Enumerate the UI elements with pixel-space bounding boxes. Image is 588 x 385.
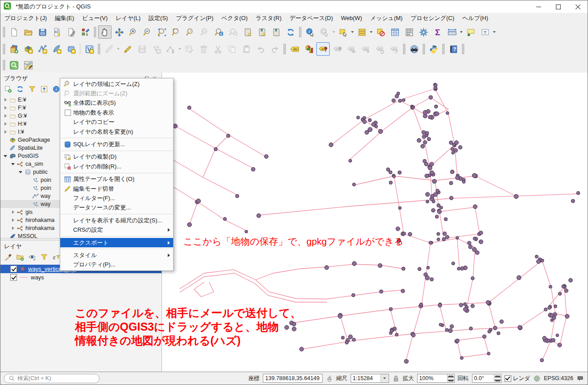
new-project-button[interactable]: [7, 25, 21, 39]
osm-place-search-button[interactable]: [407, 42, 421, 56]
expander-right-icon[interactable]: [2, 106, 8, 110]
coordinate-input[interactable]: [263, 374, 323, 383]
measure-line-dropdown[interactable]: [459, 26, 464, 38]
scale-input[interactable]: [351, 374, 381, 382]
help-contents-button[interactable]: ?: [447, 42, 460, 56]
rotation-input[interactable]: [472, 374, 494, 382]
show-bookmark-manager-button[interactable]: [269, 25, 283, 39]
filter-legend-button[interactable]: [39, 252, 49, 262]
magnifier-spinner[interactable]: [417, 374, 455, 383]
select-features-button[interactable]: [336, 25, 350, 39]
layer-row-ways[interactable]: ways: [0, 273, 161, 282]
toolbar-grip[interactable]: [3, 27, 5, 37]
context-item-CRSの設定[interactable]: CRSの設定: [60, 225, 173, 234]
pan-to-selection-button[interactable]: [112, 25, 126, 39]
highlight-pinned-labels-button[interactable]: ab: [316, 42, 330, 56]
select-by-expression-dropdown[interactable]: [369, 26, 373, 38]
toolbar-grip[interactable]: [283, 44, 286, 54]
context-item-データソースの変更...[interactable]: データソースの変更...: [60, 203, 173, 213]
toggle-editing-button[interactable]: [121, 42, 134, 56]
search-plugin-button[interactable]: [7, 58, 21, 72]
rotation-down-icon[interactable]: [494, 378, 501, 382]
zoom-last-button[interactable]: [212, 25, 226, 39]
expander-right-icon[interactable]: [10, 210, 16, 214]
scale-combo[interactable]: [351, 374, 389, 383]
manage-map-themes-button[interactable]: [27, 252, 37, 262]
menu-ビュー(V)[interactable]: ビュー(V): [78, 13, 112, 24]
render-checkbox[interactable]: レンダ: [505, 375, 530, 382]
open-project-button[interactable]: [21, 25, 35, 39]
context-item-エクスポート[interactable]: エクスポート: [60, 238, 173, 247]
new-spatialite-layer-button[interactable]: [50, 42, 63, 56]
expander-right-icon[interactable]: [2, 130, 8, 134]
context-item-レイヤを表示する縮尺の設定(S)...[interactable]: レイヤを表示する縮尺の設定(S)...: [60, 216, 173, 225]
menu-プラグイン(P)[interactable]: プラグイン(P): [172, 13, 217, 24]
add-group-button[interactable]: [15, 252, 25, 262]
open-attribute-table-button[interactable]: [388, 25, 402, 39]
map-tips-button[interactable]: [464, 25, 477, 39]
toolbar-grip[interactable]: [299, 27, 302, 37]
expander-right-icon[interactable]: [2, 114, 8, 118]
layer-visibility-checkbox[interactable]: [10, 274, 17, 281]
show-spatial-bookmarks-button[interactable]: [255, 25, 269, 39]
new-virtual-layer-button[interactable]: [83, 42, 96, 56]
select-features-dropdown[interactable]: [350, 26, 355, 38]
menu-プロセシング(C)[interactable]: プロセシング(C): [406, 13, 458, 24]
collapse-all-button[interactable]: [39, 84, 49, 94]
field-calculator-button[interactable]: [402, 25, 416, 39]
new-geopackage-layer-button[interactable]: [21, 42, 35, 56]
context-item-プロパティ(P)...[interactable]: プロパティ(P)...: [60, 260, 173, 270]
menu-データベース(D)[interactable]: データベース(D): [286, 13, 337, 24]
close-button[interactable]: [568, 0, 588, 13]
context-item-レイヤの複製(D)[interactable]: レイヤの複製(D): [60, 152, 173, 162]
toolbar-grip[interactable]: [98, 44, 100, 54]
show-layout-manager-button[interactable]: [64, 25, 78, 39]
text-annotation-dropdown[interactable]: [492, 26, 497, 38]
context-item-全体図に表示(S)[interactable]: 全体図に表示(S): [60, 98, 173, 108]
context-item-編集モード切替[interactable]: 編集モード切替: [60, 184, 173, 193]
toolbar-grip[interactable]: [442, 44, 445, 54]
expander-down-icon[interactable]: [17, 171, 24, 173]
rotation-spinner[interactable]: [472, 374, 501, 383]
add-selected-layers-button[interactable]: [3, 84, 13, 94]
context-item-スタイル[interactable]: スタイル: [60, 250, 173, 260]
lock-scale-icon[interactable]: [392, 375, 400, 382]
render-checkbox-box[interactable]: [505, 375, 511, 382]
menu-レイヤ(L)[interactable]: レイヤ(L): [112, 13, 145, 24]
context-item-地物の数を表示[interactable]: 地物の数を表示: [60, 108, 173, 117]
menu-ベクタ(O)[interactable]: ベクタ(O): [217, 13, 252, 24]
crs-status[interactable]: EPSG:4326: [544, 375, 573, 381]
menu-ラスタ(R)[interactable]: ラスタ(R): [252, 13, 286, 24]
toolbar-grip[interactable]: [462, 44, 464, 54]
toolbar-grip[interactable]: [403, 44, 406, 54]
expander-right-icon[interactable]: [2, 98, 8, 102]
menu-プロジェクト(J)[interactable]: プロジェクト(J): [0, 13, 51, 24]
menu-Web(W)[interactable]: Web(W): [337, 13, 366, 24]
save-project-button[interactable]: [36, 25, 49, 39]
refresh-map-button[interactable]: [284, 25, 297, 39]
filter-browser-button[interactable]: [27, 84, 37, 94]
context-item-レイヤのコピー[interactable]: レイヤのコピー: [60, 118, 173, 127]
expander-down-icon[interactable]: [2, 155, 8, 157]
maximize-button[interactable]: [548, 0, 568, 13]
refresh-browser-button[interactable]: [15, 84, 25, 94]
context-item-属性テーブルを開く(O)[interactable]: 属性テーブルを開く(O): [60, 175, 173, 184]
new-shapefile-layer-button[interactable]: [36, 42, 49, 56]
data-source-manager-button[interactable]: [7, 42, 21, 56]
minimize-button[interactable]: [529, 0, 548, 13]
zoom-out-button[interactable]: [141, 25, 154, 39]
locator-search-input[interactable]: 検索(Ctrl + K): [4, 374, 99, 383]
messages-icon[interactable]: [576, 375, 584, 382]
new-spatial-bookmark-button[interactable]: [241, 25, 254, 39]
expander-down-icon[interactable]: [10, 163, 16, 165]
context-item-レイヤの名前を変更(n)[interactable]: レイヤの名前を変更(n): [60, 127, 173, 136]
scale-dropdown-icon[interactable]: [381, 374, 389, 382]
magnifier-up-icon[interactable]: [447, 374, 454, 378]
layer-labeling-button[interactable]: abc: [288, 42, 301, 56]
context-item-レイヤの削除(R)...[interactable]: レイヤの削除(R)...: [60, 162, 173, 171]
identify-features-button[interactable]: i: [303, 25, 317, 39]
open-layer-styling-button[interactable]: [3, 252, 13, 262]
extents-toggle-icon[interactable]: [326, 375, 333, 382]
menu-編集(E)[interactable]: 編集(E): [51, 13, 78, 24]
context-item-レイヤの領域にズーム(Z)[interactable]: レイヤの領域にズーム(Z): [60, 79, 173, 89]
